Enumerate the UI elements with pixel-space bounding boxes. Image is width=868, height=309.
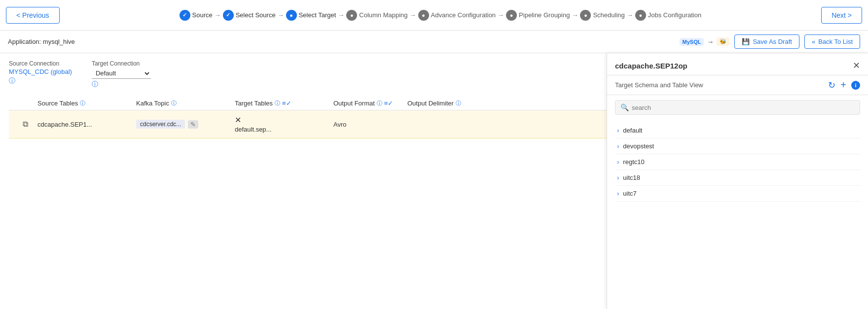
- tree-label-uitc7: uitc7: [623, 190, 636, 197]
- col-target-tables: Target Tables ⓘ ≡✓: [235, 100, 333, 107]
- target-table-value: default.sep...: [235, 126, 333, 133]
- output-format-cell: Avro: [333, 121, 407, 128]
- search-icon: 🔍: [620, 103, 629, 111]
- top-nav: < Previous ✓ Source → ✓ Select Source → …: [0, 0, 868, 31]
- panel-info-icon[interactable]: i: [851, 81, 860, 90]
- step-source: ✓ Source: [180, 10, 213, 21]
- arrow-4: →: [410, 11, 416, 19]
- step-label-jobs-config: Jobs Configuration: [648, 11, 701, 19]
- step-scheduling: ● Scheduling: [580, 10, 624, 21]
- chevron-regtc10: ›: [617, 158, 619, 166]
- output-format-sort-icon[interactable]: ≡✓: [384, 100, 394, 107]
- edit-kafka-topic-icon[interactable]: ✎: [188, 120, 198, 129]
- kafka-topic-value: cdcserver.cdc...: [136, 120, 185, 129]
- main-content: Source Connection MYSQL_CDC (global) ⓘ T…: [0, 53, 868, 309]
- search-input[interactable]: [632, 104, 855, 111]
- source-info-icon[interactable]: ⓘ: [9, 76, 72, 85]
- panel-actions: ↻ + i: [828, 79, 860, 91]
- save-icon: 💾: [742, 38, 750, 45]
- output-delimiter-label: Output Delimiter: [407, 100, 454, 107]
- tree-label-regtc10: regtc10: [623, 158, 644, 166]
- step-jobs-config: ● Jobs Configuration: [635, 10, 701, 21]
- app-title: Application: mysql_hive: [8, 38, 75, 45]
- step-label-pipeline-grouping: Pipeline Grouping: [519, 11, 570, 19]
- back-icon: «: [812, 38, 815, 45]
- connector-arrow: →: [707, 38, 714, 46]
- tree-item-devopstest[interactable]: › devopstest: [615, 138, 860, 154]
- arrow-1: →: [215, 11, 221, 19]
- step-circle-pipeline-grouping: ●: [506, 10, 517, 21]
- tree-label-default: default: [623, 127, 642, 134]
- refresh-icon[interactable]: ↻: [828, 80, 835, 91]
- arrow-6: →: [572, 11, 578, 19]
- step-label-select-target: Select Target: [299, 11, 336, 19]
- next-button[interactable]: Next >: [821, 7, 862, 24]
- step-select-source: ✓ Select Source: [223, 10, 276, 21]
- chevron-uitc7: ›: [617, 190, 619, 197]
- output-format-label: Output Format: [333, 100, 375, 107]
- tree-item-uitc7[interactable]: › uitc7: [615, 186, 860, 202]
- target-connection-group: Target Connection Default Other ⓘ: [92, 60, 151, 89]
- hive-icon: 🐝: [717, 37, 729, 46]
- step-label-scheduling: Scheduling: [593, 11, 624, 19]
- target-connection-select[interactable]: Default Other: [92, 68, 151, 79]
- prev-button[interactable]: < Previous: [6, 7, 60, 24]
- col-output-format: Output Format ⓘ ≡✓: [333, 100, 407, 107]
- source-tables-info[interactable]: ⓘ: [80, 100, 85, 107]
- step-column-mapping: ● Column Mapping: [346, 10, 407, 21]
- step-circle-column-mapping: ●: [346, 10, 357, 21]
- step-circle-scheduling: ●: [580, 10, 591, 21]
- step-bar: ✓ Source → ✓ Select Source → ● Select Ta…: [60, 10, 822, 21]
- back-label: Back To List: [818, 38, 853, 45]
- search-box: 🔍: [615, 100, 860, 115]
- back-to-list-button[interactable]: « Back To List: [804, 34, 860, 49]
- connector-icons: MySQL → 🐝: [680, 37, 730, 46]
- sub-header-right: MySQL → 🐝 💾 Save As Draft « Back To List: [680, 34, 860, 49]
- sub-header: Application: mysql_hive MySQL → 🐝 💾 Save…: [0, 31, 868, 53]
- output-delimiter-info[interactable]: ⓘ: [456, 100, 461, 107]
- tree-item-default[interactable]: › default: [615, 123, 860, 138]
- source-tables-label: Source Tables: [37, 100, 78, 107]
- col-kafka-topic: Kafka Topic ⓘ: [136, 100, 235, 107]
- add-icon[interactable]: +: [840, 79, 846, 91]
- panel-subheader: Target Schema and Table View ↻ + i: [607, 75, 868, 95]
- tree-list: › default › devopstest › regtc10 › uitc1…: [607, 120, 868, 309]
- arrow-7: →: [627, 11, 633, 19]
- step-circle-jobs-config: ●: [635, 10, 646, 21]
- panel-close-button[interactable]: ✕: [853, 60, 860, 71]
- step-circle-select-source: ✓: [223, 10, 234, 21]
- target-tables-sort-icon[interactable]: ≡✓: [282, 100, 291, 107]
- source-connection-label: Source Connection: [9, 60, 72, 67]
- tree-label-devopstest: devopstest: [623, 142, 654, 150]
- step-label-column-mapping: Column Mapping: [359, 11, 407, 19]
- kafka-topic-info[interactable]: ⓘ: [171, 100, 177, 107]
- step-select-target: ● Select Target: [286, 10, 336, 21]
- tree-item-uitc18[interactable]: › uitc18: [615, 170, 860, 186]
- step-circle-advance-config: ●: [418, 10, 429, 21]
- target-tables-info[interactable]: ⓘ: [275, 100, 280, 107]
- output-format-info[interactable]: ⓘ: [377, 100, 382, 107]
- arrow-2: →: [278, 11, 284, 19]
- step-circle-source: ✓: [180, 10, 190, 21]
- source-connection-value: MYSQL_CDC (global): [9, 68, 72, 75]
- col-output-delimiter: Output Delimiter ⓘ: [407, 100, 496, 107]
- chevron-default: ›: [617, 127, 619, 134]
- step-pipeline-grouping: ● Pipeline Grouping: [506, 10, 570, 21]
- mysql-icon: MySQL: [680, 38, 704, 46]
- arrow-3: →: [338, 11, 344, 19]
- target-info-icon[interactable]: ⓘ: [92, 80, 151, 89]
- step-label-advance-config: Advance Configuration: [431, 11, 496, 19]
- row-copy-icon[interactable]: ⧉: [13, 120, 37, 129]
- panel-subtitle: Target Schema and Table View: [615, 81, 703, 89]
- step-advance-config: ● Advance Configuration: [418, 10, 496, 21]
- source-table-cell: cdcapache.SEP1...: [37, 121, 136, 128]
- save-as-draft-button[interactable]: 💾 Save As Draft: [734, 34, 799, 49]
- tree-label-uitc18: uitc18: [623, 174, 640, 181]
- chevron-uitc18: ›: [617, 174, 619, 181]
- target-x-icon[interactable]: ✕: [235, 115, 333, 125]
- target-connection-label: Target Connection: [92, 60, 151, 67]
- col-source-tables: Source Tables ⓘ: [37, 100, 136, 107]
- step-label-source: Source: [192, 11, 213, 19]
- step-circle-select-target: ●: [286, 10, 297, 21]
- tree-item-regtc10[interactable]: › regtc10: [615, 154, 860, 170]
